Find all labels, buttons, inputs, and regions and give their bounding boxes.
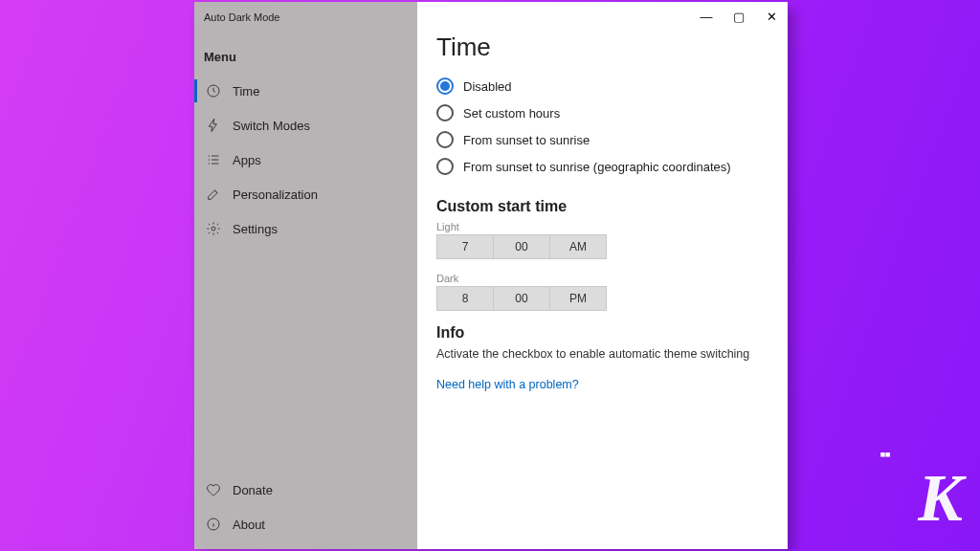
info-icon [206,517,221,532]
sidebar-item-personalization[interactable]: Personalization [194,177,417,211]
sidebar-bottom: Donate About [194,473,417,549]
info-text: Activate the checkbox to enable automati… [436,347,768,361]
brush-icon [206,187,221,202]
sidebar-item-donate[interactable]: Donate [194,473,417,507]
radio-sunset-sunrise[interactable]: From sunset to sunrise [436,131,768,148]
nav: Time Switch Modes Apps Personalization S… [194,74,417,246]
radio-label: Disabled [463,79,512,94]
minimize-button[interactable]: — [690,2,723,31]
radio-custom-hours[interactable]: Set custom hours [436,104,768,121]
sidebar-item-label: Settings [233,222,278,236]
sidebar-item-time[interactable]: Time [194,74,417,108]
light-hour[interactable]: 7 [436,234,494,259]
clock-icon [206,83,221,99]
dark-hour[interactable]: 8 [436,286,494,311]
dark-minute[interactable]: 00 [494,286,550,311]
dark-label: Dark [436,273,768,284]
sidebar-item-label: Donate [233,483,273,497]
content-pane: — ▢ ✕ Time Disabled Set custom hours Fro… [417,2,788,549]
dark-time-picker: 8 00 PM [436,286,607,311]
custom-start-heading: Custom start time [436,198,768,215]
radio-icon [436,104,454,121]
radio-icon [436,158,454,175]
sidebar-item-switch-modes[interactable]: Switch Modes [194,108,417,143]
brand-logo: K [918,465,963,532]
titlebar: Auto Dark Mode [194,2,417,33]
sidebar-item-label: Switch Modes [233,119,310,133]
app-title: Auto Dark Mode [204,11,279,23]
radio-disabled[interactable]: Disabled [436,77,768,95]
sidebar: Auto Dark Mode Menu Time Switch Modes Ap… [194,2,417,549]
maximize-button[interactable]: ▢ [723,2,755,31]
light-ampm[interactable]: AM [550,234,607,259]
sidebar-item-label: Time [233,84,259,99]
sidebar-item-about[interactable]: About [194,507,417,541]
window-controls: — ▢ ✕ [690,2,788,31]
help-link[interactable]: Need help with a problem? [436,378,768,391]
lightning-icon [206,118,221,133]
sidebar-item-label: About [233,518,265,532]
sidebar-item-settings[interactable]: Settings [194,211,417,246]
sidebar-item-label: Apps [233,153,261,167]
radio-icon [436,131,454,148]
sidebar-item-apps[interactable]: Apps [194,143,417,177]
radio-label: From sunset to sunrise [463,133,590,147]
light-minute[interactable]: 00 [494,234,550,259]
radio-label: Set custom hours [463,106,560,121]
radio-icon [436,77,454,95]
gear-icon [206,221,221,236]
app-window: Auto Dark Mode Menu Time Switch Modes Ap… [194,2,788,549]
radio-sunset-sunrise-geo[interactable]: From sunset to sunrise (geographic coord… [436,158,768,175]
list-icon [206,152,221,167]
svg-point-1 [212,227,215,231]
info-heading: Info [436,324,768,342]
light-label: Light [436,221,768,232]
radio-label: From sunset to sunrise (geographic coord… [463,160,731,174]
dark-ampm[interactable]: PM [550,286,607,311]
brand-dots: ▪▪ [880,445,890,465]
close-button[interactable]: ✕ [755,2,788,31]
light-time-picker: 7 00 AM [436,234,607,259]
sidebar-item-label: Personalization [233,187,318,202]
schedule-radio-group: Disabled Set custom hours From sunset to… [436,77,768,175]
menu-heading: Menu [194,33,417,74]
heart-icon [206,482,221,497]
